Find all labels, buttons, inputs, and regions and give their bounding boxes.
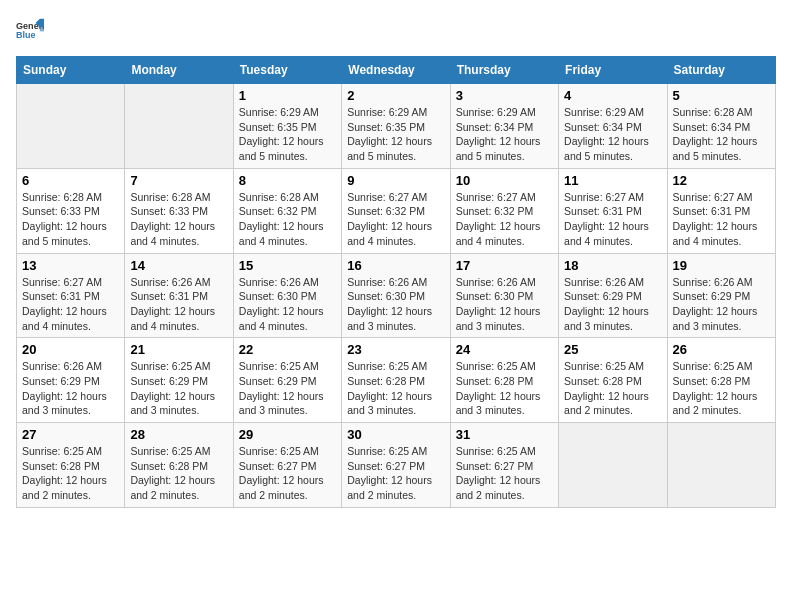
calendar-cell: 23Sunrise: 6:25 AM Sunset: 6:28 PM Dayli…	[342, 338, 450, 423]
calendar-week-row: 6Sunrise: 6:28 AM Sunset: 6:33 PM Daylig…	[17, 168, 776, 253]
calendar-cell: 12Sunrise: 6:27 AM Sunset: 6:31 PM Dayli…	[667, 168, 775, 253]
day-info: Sunrise: 6:26 AM Sunset: 6:30 PM Dayligh…	[456, 275, 553, 334]
day-info: Sunrise: 6:28 AM Sunset: 6:32 PM Dayligh…	[239, 190, 336, 249]
day-info: Sunrise: 6:26 AM Sunset: 6:29 PM Dayligh…	[673, 275, 770, 334]
calendar-cell: 10Sunrise: 6:27 AM Sunset: 6:32 PM Dayli…	[450, 168, 558, 253]
day-number: 15	[239, 258, 336, 273]
day-number: 10	[456, 173, 553, 188]
day-of-week-header: Tuesday	[233, 57, 341, 84]
calendar-cell: 20Sunrise: 6:26 AM Sunset: 6:29 PM Dayli…	[17, 338, 125, 423]
day-info: Sunrise: 6:27 AM Sunset: 6:32 PM Dayligh…	[347, 190, 444, 249]
day-number: 26	[673, 342, 770, 357]
day-number: 6	[22, 173, 119, 188]
day-of-week-header: Friday	[559, 57, 667, 84]
day-of-week-header: Thursday	[450, 57, 558, 84]
day-info: Sunrise: 6:25 AM Sunset: 6:27 PM Dayligh…	[456, 444, 553, 503]
calendar-cell: 13Sunrise: 6:27 AM Sunset: 6:31 PM Dayli…	[17, 253, 125, 338]
calendar-cell: 16Sunrise: 6:26 AM Sunset: 6:30 PM Dayli…	[342, 253, 450, 338]
day-number: 23	[347, 342, 444, 357]
calendar-header-row: SundayMondayTuesdayWednesdayThursdayFrid…	[17, 57, 776, 84]
day-number: 30	[347, 427, 444, 442]
day-info: Sunrise: 6:28 AM Sunset: 6:34 PM Dayligh…	[673, 105, 770, 164]
calendar-cell: 17Sunrise: 6:26 AM Sunset: 6:30 PM Dayli…	[450, 253, 558, 338]
calendar-cell: 7Sunrise: 6:28 AM Sunset: 6:33 PM Daylig…	[125, 168, 233, 253]
day-number: 4	[564, 88, 661, 103]
calendar-cell: 18Sunrise: 6:26 AM Sunset: 6:29 PM Dayli…	[559, 253, 667, 338]
day-info: Sunrise: 6:29 AM Sunset: 6:35 PM Dayligh…	[239, 105, 336, 164]
day-info: Sunrise: 6:26 AM Sunset: 6:29 PM Dayligh…	[22, 359, 119, 418]
day-number: 22	[239, 342, 336, 357]
day-number: 5	[673, 88, 770, 103]
day-of-week-header: Monday	[125, 57, 233, 84]
day-number: 17	[456, 258, 553, 273]
calendar-cell: 24Sunrise: 6:25 AM Sunset: 6:28 PM Dayli…	[450, 338, 558, 423]
day-info: Sunrise: 6:27 AM Sunset: 6:31 PM Dayligh…	[564, 190, 661, 249]
day-info: Sunrise: 6:25 AM Sunset: 6:27 PM Dayligh…	[347, 444, 444, 503]
day-number: 9	[347, 173, 444, 188]
calendar-cell: 8Sunrise: 6:28 AM Sunset: 6:32 PM Daylig…	[233, 168, 341, 253]
header: General Blue	[16, 16, 776, 44]
calendar-cell: 5Sunrise: 6:28 AM Sunset: 6:34 PM Daylig…	[667, 84, 775, 169]
calendar-cell	[125, 84, 233, 169]
day-info: Sunrise: 6:27 AM Sunset: 6:31 PM Dayligh…	[673, 190, 770, 249]
day-number: 11	[564, 173, 661, 188]
day-of-week-header: Wednesday	[342, 57, 450, 84]
day-number: 24	[456, 342, 553, 357]
day-number: 16	[347, 258, 444, 273]
day-info: Sunrise: 6:29 AM Sunset: 6:35 PM Dayligh…	[347, 105, 444, 164]
day-number: 29	[239, 427, 336, 442]
calendar-week-row: 20Sunrise: 6:26 AM Sunset: 6:29 PM Dayli…	[17, 338, 776, 423]
calendar-cell: 14Sunrise: 6:26 AM Sunset: 6:31 PM Dayli…	[125, 253, 233, 338]
calendar-cell: 28Sunrise: 6:25 AM Sunset: 6:28 PM Dayli…	[125, 423, 233, 508]
calendar-cell: 9Sunrise: 6:27 AM Sunset: 6:32 PM Daylig…	[342, 168, 450, 253]
day-number: 3	[456, 88, 553, 103]
svg-marker-3	[40, 27, 44, 31]
day-info: Sunrise: 6:25 AM Sunset: 6:29 PM Dayligh…	[130, 359, 227, 418]
calendar-cell	[559, 423, 667, 508]
day-number: 2	[347, 88, 444, 103]
day-number: 8	[239, 173, 336, 188]
calendar-cell: 1Sunrise: 6:29 AM Sunset: 6:35 PM Daylig…	[233, 84, 341, 169]
day-info: Sunrise: 6:27 AM Sunset: 6:32 PM Dayligh…	[456, 190, 553, 249]
day-of-week-header: Sunday	[17, 57, 125, 84]
day-of-week-header: Saturday	[667, 57, 775, 84]
day-info: Sunrise: 6:25 AM Sunset: 6:27 PM Dayligh…	[239, 444, 336, 503]
logo: General Blue	[16, 16, 44, 44]
calendar-cell: 6Sunrise: 6:28 AM Sunset: 6:33 PM Daylig…	[17, 168, 125, 253]
day-info: Sunrise: 6:25 AM Sunset: 6:28 PM Dayligh…	[564, 359, 661, 418]
calendar-cell	[667, 423, 775, 508]
day-info: Sunrise: 6:25 AM Sunset: 6:28 PM Dayligh…	[22, 444, 119, 503]
day-number: 19	[673, 258, 770, 273]
calendar-body: 1Sunrise: 6:29 AM Sunset: 6:35 PM Daylig…	[17, 84, 776, 508]
day-number: 18	[564, 258, 661, 273]
day-number: 12	[673, 173, 770, 188]
day-info: Sunrise: 6:25 AM Sunset: 6:28 PM Dayligh…	[456, 359, 553, 418]
calendar-cell: 30Sunrise: 6:25 AM Sunset: 6:27 PM Dayli…	[342, 423, 450, 508]
day-info: Sunrise: 6:26 AM Sunset: 6:31 PM Dayligh…	[130, 275, 227, 334]
day-info: Sunrise: 6:28 AM Sunset: 6:33 PM Dayligh…	[22, 190, 119, 249]
calendar-cell: 29Sunrise: 6:25 AM Sunset: 6:27 PM Dayli…	[233, 423, 341, 508]
day-info: Sunrise: 6:26 AM Sunset: 6:29 PM Dayligh…	[564, 275, 661, 334]
calendar-week-row: 1Sunrise: 6:29 AM Sunset: 6:35 PM Daylig…	[17, 84, 776, 169]
day-number: 20	[22, 342, 119, 357]
calendar-cell: 27Sunrise: 6:25 AM Sunset: 6:28 PM Dayli…	[17, 423, 125, 508]
svg-text:Blue: Blue	[16, 30, 36, 40]
calendar-cell: 26Sunrise: 6:25 AM Sunset: 6:28 PM Dayli…	[667, 338, 775, 423]
calendar-cell: 31Sunrise: 6:25 AM Sunset: 6:27 PM Dayli…	[450, 423, 558, 508]
day-info: Sunrise: 6:26 AM Sunset: 6:30 PM Dayligh…	[347, 275, 444, 334]
day-number: 25	[564, 342, 661, 357]
calendar-cell: 21Sunrise: 6:25 AM Sunset: 6:29 PM Dayli…	[125, 338, 233, 423]
calendar-cell: 11Sunrise: 6:27 AM Sunset: 6:31 PM Dayli…	[559, 168, 667, 253]
day-info: Sunrise: 6:25 AM Sunset: 6:28 PM Dayligh…	[347, 359, 444, 418]
calendar-week-row: 13Sunrise: 6:27 AM Sunset: 6:31 PM Dayli…	[17, 253, 776, 338]
calendar-cell: 19Sunrise: 6:26 AM Sunset: 6:29 PM Dayli…	[667, 253, 775, 338]
calendar-cell: 2Sunrise: 6:29 AM Sunset: 6:35 PM Daylig…	[342, 84, 450, 169]
day-info: Sunrise: 6:27 AM Sunset: 6:31 PM Dayligh…	[22, 275, 119, 334]
calendar-week-row: 27Sunrise: 6:25 AM Sunset: 6:28 PM Dayli…	[17, 423, 776, 508]
day-number: 31	[456, 427, 553, 442]
day-info: Sunrise: 6:25 AM Sunset: 6:28 PM Dayligh…	[673, 359, 770, 418]
day-number: 27	[22, 427, 119, 442]
day-info: Sunrise: 6:29 AM Sunset: 6:34 PM Dayligh…	[456, 105, 553, 164]
calendar-cell: 15Sunrise: 6:26 AM Sunset: 6:30 PM Dayli…	[233, 253, 341, 338]
day-number: 28	[130, 427, 227, 442]
